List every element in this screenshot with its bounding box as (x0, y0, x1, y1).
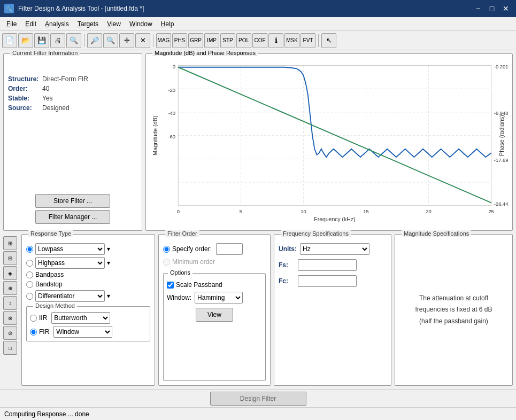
store-filter-button[interactable]: Store Filter ... (35, 194, 110, 208)
lowpass-select[interactable]: Lowpass (35, 243, 105, 255)
menu-help[interactable]: Help (157, 19, 179, 29)
toolbar-cursor[interactable]: ↖ (321, 33, 336, 48)
fir-radio[interactable] (30, 329, 37, 336)
svg-text:-17.6953: -17.6953 (494, 157, 508, 163)
sidebar-icon-5[interactable]: ↕ (3, 296, 17, 310)
source-val: Designed (42, 104, 70, 112)
bandpass-row: Bandpass (26, 271, 150, 278)
toolbar-grpdelay[interactable]: GRP (188, 33, 203, 48)
iir-method-select[interactable]: Butterworth Chebyshev Type I Chebyshev T… (51, 312, 110, 324)
menu-targets[interactable]: Targets (73, 19, 103, 29)
svg-text:Magnitude (dB): Magnitude (dB) (152, 115, 158, 155)
sidebar-icon-6[interactable]: ⊗ (3, 311, 17, 325)
iir-radio[interactable] (30, 315, 37, 322)
freq-spec-panel: Frequency Specifications Units: Hz kHz M… (274, 234, 391, 386)
options-subpanel: Options Scale Passband Window: Hamming H… (163, 273, 266, 381)
sidebar-icon-4[interactable]: ⊕ (3, 281, 17, 295)
toolbar-fvtool[interactable]: FVT (301, 33, 315, 48)
minimize-button[interactable]: − (472, 3, 484, 14)
svg-text:20: 20 (426, 208, 431, 214)
options-title: Options (168, 269, 192, 276)
sidebar-icons: ⊞ ⊟ ◈ ⊕ ↕ ⊗ ⊘ □ (3, 234, 18, 386)
toolbar-zoom-out[interactable]: 🔍 (103, 33, 118, 48)
toolbar-step[interactable]: STP (220, 33, 235, 48)
scale-passband-checkbox[interactable] (167, 282, 174, 289)
maximize-button[interactable]: □ (486, 3, 498, 14)
toolbar-coeff[interactable]: COF (252, 33, 267, 48)
response-type-title: Response Type (28, 230, 73, 237)
units-select[interactable]: Hz kHz MHz Normalized (300, 243, 369, 255)
close-button[interactable]: ✕ (500, 3, 512, 14)
fs-input[interactable]: 48000 (298, 259, 357, 271)
mag-spec-line2: frequencies is fixed at 6 dB (415, 304, 492, 316)
toolbar-print[interactable]: 🖨 (50, 33, 65, 48)
menu-edit[interactable]: Edit (21, 19, 41, 29)
mag-spec-line3: (half the passband gain) (415, 316, 492, 328)
menubar: File Edit Analysis Targets View Window H… (0, 17, 516, 31)
filter-manager-button[interactable]: Filter Manager ... (35, 210, 110, 224)
fc-input[interactable]: 9000 (298, 275, 357, 287)
toolbar-pan[interactable]: ✛ (119, 33, 134, 48)
menu-window[interactable]: Window (125, 19, 157, 29)
fir-method-select[interactable]: Window Equiripple Least-Squares (53, 326, 112, 338)
filter-info-panel: Current Filter Information Structure: Di… (3, 53, 142, 231)
highpass-select[interactable]: Highpass (35, 257, 105, 269)
highpass-radio[interactable] (26, 260, 33, 267)
svg-text:-40: -40 (168, 110, 175, 116)
specify-order-input[interactable]: 40 (216, 243, 243, 255)
chart-title: Magnitude (dB) and Phase Responses (152, 50, 258, 56)
minimum-order-radio[interactable] (163, 259, 170, 266)
sidebar-icon-7[interactable]: ⊘ (3, 326, 17, 340)
filter-source-row: Source: Designed (8, 104, 137, 112)
view-button[interactable]: View (196, 308, 233, 322)
sidebar-icon-2[interactable]: ⊟ (3, 251, 17, 265)
toolbar-new[interactable]: 📄 (2, 33, 17, 48)
window-row: Window: Hamming Hanning Blackman Rectang… (167, 292, 262, 304)
order-val: 40 (42, 85, 49, 92)
toolbar: 📄 📂 💾 🖨 🔍 🔎 🔍 ✛ ✕ MAG PHS GRP IMP STP PO… (0, 31, 516, 50)
minimum-order-label: Minimum order (172, 258, 215, 266)
window-select[interactable]: Hamming Hanning Blackman Rectangular Kai… (195, 292, 243, 304)
fir-label: FIR (39, 328, 49, 336)
sidebar-icon-8[interactable]: □ (3, 341, 17, 355)
menu-analysis[interactable]: Analysis (41, 19, 73, 29)
window-label: Window: (167, 294, 191, 301)
design-filter-button[interactable]: Design Filter (210, 392, 306, 406)
bandstop-radio[interactable] (26, 281, 33, 288)
toolbar-spec-mask[interactable]: MSK (284, 33, 299, 48)
specify-order-radio[interactable] (163, 246, 170, 253)
response-type-panel: Response Type Lowpass ▾ Highpas (21, 234, 155, 386)
filter-order-title: Filter Order (165, 230, 199, 237)
sidebar-icon-1[interactable]: ⊞ (3, 236, 17, 250)
toolbar-open[interactable]: 📂 (18, 33, 33, 48)
sidebar-icon-3[interactable]: ◈ (3, 266, 17, 280)
chart-area[interactable]: 0 -20 -40 -60 -0.2016 -8.9484 -17.6953 -… (150, 63, 508, 226)
filter-info-title: Current Filter Information (10, 50, 80, 56)
menu-view[interactable]: View (103, 19, 125, 29)
units-row: Units: Hz kHz MHz Normalized (279, 243, 387, 255)
filter-order-row: Order: 40 (8, 85, 137, 92)
differentiator-select[interactable]: Differentiator (35, 290, 105, 302)
toolbar-pole[interactable]: POL (236, 33, 251, 48)
bandstop-label: Bandstop (35, 281, 63, 288)
bandpass-radio[interactable] (26, 271, 33, 278)
toolbar-mag[interactable]: MAG (156, 33, 171, 48)
window-controls: − □ ✕ (472, 3, 512, 14)
differentiator-radio[interactable] (26, 293, 33, 300)
app-icon: 🔧 (4, 4, 14, 13)
toolbar-info[interactable]: ℹ (268, 33, 283, 48)
toolbar-phase[interactable]: PHS (172, 33, 187, 48)
left-bottom-column: Response Type Lowpass ▾ Highpas (21, 234, 155, 386)
bandpass-label: Bandpass (35, 271, 64, 278)
lowpass-radio[interactable] (26, 246, 33, 253)
toolbar-zoom-fit[interactable]: 🔍 (66, 33, 81, 48)
menu-file[interactable]: File (2, 19, 21, 29)
toolbar-save[interactable]: 💾 (34, 33, 49, 48)
toolbar-zoom-in[interactable]: 🔎 (87, 33, 102, 48)
toolbar-select[interactable]: ✕ (135, 33, 150, 48)
specify-order-row: Specify order: 40 (163, 243, 266, 255)
svg-text:Phase (radians): Phase (radians) (498, 115, 505, 156)
design-filter-bar: Design Filter (0, 389, 516, 407)
toolbar-impulse[interactable]: IMP (204, 33, 219, 48)
design-method-title: Design Method (33, 302, 77, 309)
